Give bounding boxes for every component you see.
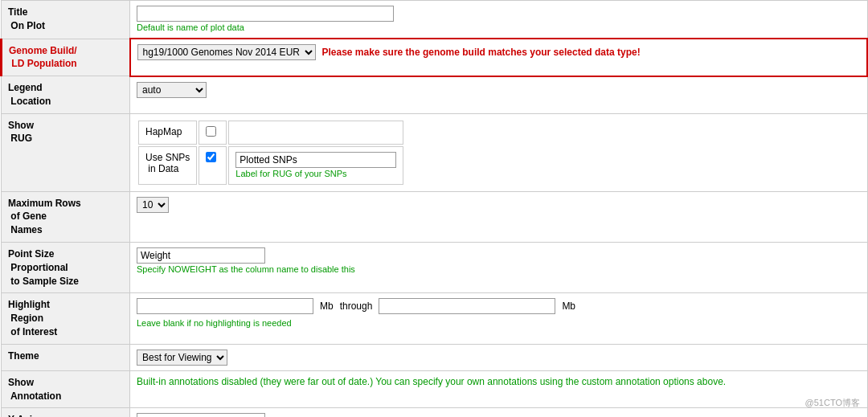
title-hint: Default is name of plot data	[137, 22, 244, 32]
mb-label-2: Mb	[562, 300, 575, 312]
pointsize-content: Specify NOWEIGHT as the column name to d…	[130, 243, 868, 293]
legend-content: auto topright topleft bottomright bottom…	[130, 76, 868, 114]
usesnps-label-cell: Use SNPs in Data	[138, 146, 197, 185]
highlight-from-input[interactable]	[137, 298, 313, 314]
snps-hint: Label for RUG of your SNPs	[235, 169, 346, 178]
theme-select[interactable]: Best for Viewing Black and White Classic	[137, 350, 227, 366]
annotation-content: Built-in annotations disabled (they were…	[130, 370, 868, 408]
yaxis-row: Y-Axis Maximum -log 10 pvalue	[2, 408, 868, 417]
annotation-text: Built-in annotations disabled (they were…	[137, 376, 726, 387]
pointsize-label: Point Size Proportional to Sample Size	[2, 243, 130, 293]
highlight-to-input[interactable]	[379, 298, 555, 314]
rug-label: Show RUG	[2, 113, 130, 191]
annotation-row: Show Annotation Built-in annotations dis…	[2, 370, 868, 408]
yaxis-max-input[interactable]	[137, 413, 265, 417]
usesnps-check-cell	[199, 146, 227, 185]
pointsize-hint: Specify NOWEIGHT as the column name to d…	[137, 264, 355, 274]
maxrows-content: 5 10 15 20 25 30	[130, 191, 868, 242]
mb-label-1: Mb	[320, 300, 334, 312]
hapmap-checkbox[interactable]	[206, 126, 216, 137]
pointsize-input[interactable]	[137, 247, 265, 264]
legend-label: Legend Location	[2, 76, 130, 114]
annotation-label: Show Annotation	[2, 370, 130, 408]
rug-inner-table: HapMap Use SNPs in Data	[137, 119, 405, 186]
rug-content: HapMap Use SNPs in Data	[130, 113, 868, 191]
title-content: Default is name of plot data	[130, 1, 868, 39]
pointsize-row: Point Size Proportional to Sample Size S…	[2, 243, 868, 293]
settings-table: Title On Plot Default is name of plot da…	[0, 0, 868, 417]
hapmap-row: HapMap	[138, 121, 403, 145]
genome-warning: Please make sure the genome build matche…	[322, 47, 641, 58]
hapmap-empty	[228, 121, 403, 145]
genome-content: hg19/1000 Genomes Nov 2014 EUR hg18/HapM…	[130, 39, 868, 76]
usesnps-checkbox[interactable]	[206, 152, 216, 162]
maxrows-select[interactable]: 5 10 15 20 25 30	[137, 197, 169, 213]
highlight-row: Highlight Region of Interest Mb through …	[2, 293, 868, 344]
title-label: Title On Plot	[2, 1, 130, 39]
title-row: Title On Plot Default is name of plot da…	[2, 1, 868, 39]
hapmap-check-cell	[199, 121, 227, 145]
theme-label: Theme	[2, 344, 130, 370]
genome-select[interactable]: hg19/1000 Genomes Nov 2014 EUR hg18/HapM…	[137, 44, 316, 60]
usesnps-row: Use SNPs in Data Label for RUG of your S…	[138, 146, 403, 185]
legend-row: Legend Location auto topright topleft bo…	[2, 76, 868, 114]
watermark: @51CTO博客	[805, 397, 860, 409]
usesnps-label: Use SNPs in Data	[145, 152, 190, 174]
theme-row: Theme Best for Viewing Black and White C…	[2, 344, 868, 370]
yaxis-content: Maximum -log 10 pvalue	[130, 408, 868, 417]
genome-row: Genome Build/ LD Population hg19/1000 Ge…	[2, 39, 868, 76]
through-label: through	[340, 300, 373, 312]
hapmap-label: HapMap	[145, 126, 182, 137]
highlight-hint: Leave blank if no highlighting is needed	[137, 318, 292, 328]
title-input[interactable]	[137, 6, 394, 22]
genome-label: Genome Build/ LD Population	[2, 39, 130, 76]
legend-select[interactable]: auto topright topleft bottomright bottom…	[137, 82, 207, 98]
usesnps-input-cell: Label for RUG of your SNPs	[228, 146, 403, 185]
yaxis-label: Y-Axis	[2, 408, 130, 417]
maxrows-row: Maximum Rows of Gene Names 5 10 15 20 25…	[2, 191, 868, 242]
theme-content: Best for Viewing Black and White Classic	[130, 344, 868, 370]
snps-input[interactable]	[235, 152, 396, 168]
hapmap-label-cell: HapMap	[138, 121, 197, 145]
rug-row: Show RUG HapMap Use SNP	[2, 113, 868, 191]
maxrows-label: Maximum Rows of Gene Names	[2, 191, 130, 242]
highlight-label: Highlight Region of Interest	[2, 293, 130, 344]
highlight-content: Mb through Mb Leave blank if no highligh…	[130, 293, 868, 344]
